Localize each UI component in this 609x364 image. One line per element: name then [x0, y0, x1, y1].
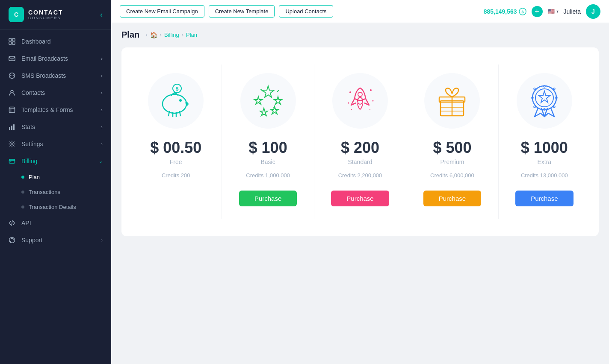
sidebar-item-sms-label: SMS Broadcasts	[21, 72, 66, 79]
basic-purchase-button[interactable]: Purchase	[239, 191, 297, 206]
breadcrumb: Plan › 🏠 › Billing › Plan	[111, 23, 609, 43]
flag-icon: 🇺🇸	[548, 8, 555, 15]
sidebar-item-email-broadcasts[interactable]: Email Broadcasts ›	[0, 50, 111, 67]
create-campaign-button[interactable]: Create New Email Campaign	[120, 5, 204, 18]
extra-plan-name: Extra	[537, 159, 551, 165]
svg-point-8	[13, 75, 14, 76]
add-credits-button[interactable]: +	[532, 6, 543, 17]
premium-plan-icon	[433, 82, 471, 120]
svg-point-58	[534, 88, 535, 90]
breadcrumb-billing[interactable]: Billing	[164, 32, 179, 38]
settings-arrow: ›	[101, 141, 103, 147]
svg-rect-1	[12, 38, 15, 41]
content-area: $ $ 00.50 Free Credits 200	[111, 43, 609, 364]
plan-card-free: $ $ 00.50 Free Credits 200	[130, 65, 222, 219]
extra-plan-icon-wrap	[517, 73, 572, 129]
svg-point-52	[532, 86, 556, 110]
standard-plan-icon-wrap	[332, 73, 388, 129]
billing-arrow: ⌄	[99, 159, 103, 164]
contacts-arrow: ›	[101, 90, 103, 95]
dashboard-icon	[9, 38, 16, 45]
sidebar-subitem-transactions[interactable]: Transactions	[0, 185, 111, 200]
email-icon	[9, 55, 16, 62]
language-selector[interactable]: 🇺🇸 ▾	[548, 8, 559, 15]
sidebar-item-sms-broadcasts[interactable]: SMS Broadcasts ›	[0, 67, 111, 84]
svg-point-60	[534, 106, 535, 108]
extra-plan-credits: Credits 13,000,000	[521, 172, 568, 179]
templates-arrow: ›	[101, 107, 103, 112]
extra-plan-icon	[525, 82, 564, 120]
free-plan-icon-wrap: $	[148, 73, 204, 129]
breadcrumb-sep2: ›	[160, 32, 162, 38]
main-content: Create New Email Campaign Create New Tem…	[111, 0, 609, 364]
sidebar: C CONTACT CONSUMERS ‹ Dashboard	[0, 0, 111, 364]
svg-rect-0	[9, 38, 12, 41]
svg-line-20	[12, 220, 12, 226]
premium-purchase-button[interactable]: Purchase	[423, 191, 481, 206]
support-arrow: ›	[101, 238, 103, 243]
upload-contacts-button[interactable]: Upload Contacts	[279, 5, 333, 18]
basic-plan-price: $ 100	[249, 139, 287, 157]
extra-plan-price: $ 1000	[521, 139, 568, 157]
svg-rect-19	[10, 161, 12, 162]
breadcrumb-home[interactable]: 🏠	[150, 32, 157, 38]
svg-point-43	[370, 109, 370, 110]
breadcrumb-sep3: ›	[182, 32, 183, 38]
sidebar-item-settings[interactable]: Settings ›	[0, 135, 111, 153]
sidebar-item-contacts[interactable]: Contacts ›	[0, 84, 111, 101]
svg-point-6	[10, 75, 11, 76]
sidebar-logo: C CONTACT CONSUMERS ‹	[0, 0, 111, 29]
create-template-button[interactable]: Create New Template	[209, 5, 275, 18]
standard-plan-icon	[341, 82, 379, 120]
stats-arrow: ›	[101, 124, 103, 129]
plan-card-extra: $ 1000 Extra Credits 13,000,000 Purchase	[499, 65, 590, 219]
sidebar-item-api-label: API	[21, 220, 31, 226]
svg-point-61	[553, 106, 555, 108]
user-name: Julieta	[564, 8, 581, 15]
transactions-dot	[21, 191, 24, 194]
standard-plan-name: Standard	[348, 159, 372, 165]
sidebar-item-dashboard[interactable]: Dashboard	[0, 33, 111, 50]
credits-display: 885,149,563 $	[484, 8, 526, 15]
breadcrumb-sep1: ›	[145, 32, 147, 38]
basic-plan-name: Basic	[260, 159, 275, 165]
basic-plan-icon-wrap	[240, 73, 296, 129]
free-plan-price: $ 00.50	[150, 139, 201, 157]
free-plan-icon: $	[157, 82, 195, 120]
svg-rect-2	[9, 42, 12, 44]
standard-plan-price: $ 200	[341, 139, 379, 157]
sidebar-item-billing[interactable]: Billing ⌄	[0, 153, 111, 170]
plan-cards-container: $ $ 00.50 Free Credits 200	[121, 47, 599, 236]
svg-rect-10	[9, 107, 15, 113]
premium-plan-price: $ 500	[433, 139, 471, 157]
standard-plan-credits: Credits 2,200,000	[338, 172, 382, 179]
contacts-icon	[9, 89, 16, 96]
premium-plan-icon-wrap	[424, 73, 480, 129]
email-arrow: ›	[101, 56, 103, 61]
sidebar-item-templates[interactable]: Templates & Forms ›	[0, 101, 111, 118]
sidebar-item-contacts-label: Contacts	[21, 89, 45, 96]
stats-icon	[9, 123, 16, 130]
extra-purchase-button[interactable]: Purchase	[515, 191, 573, 206]
svg-text:$: $	[521, 10, 523, 14]
sidebar-toggle[interactable]: ‹	[100, 10, 103, 19]
svg-point-37	[358, 92, 362, 97]
sidebar-subitem-transaction-details[interactable]: Transaction Details	[0, 200, 111, 214]
sidebar-item-templates-label: Templates & Forms	[21, 106, 73, 113]
svg-point-38	[349, 91, 351, 93]
sidebar-item-email-label: Email Broadcasts	[21, 55, 68, 62]
header-right: 885,149,563 $ + 🇺🇸 ▾ Julieta J	[484, 4, 600, 19]
sidebar-item-api[interactable]: API	[0, 214, 111, 232]
user-avatar[interactable]: J	[586, 4, 600, 19]
sidebar-item-stats[interactable]: Stats ›	[0, 118, 111, 135]
svg-text:$: $	[176, 86, 179, 92]
support-icon	[9, 237, 16, 244]
sidebar-item-dashboard-label: Dashboard	[21, 38, 51, 45]
sidebar-item-support[interactable]: Support ›	[0, 232, 111, 249]
sidebar-subitem-plan[interactable]: Plan	[0, 170, 111, 185]
svg-point-41	[348, 103, 349, 104]
plan-card-standard: $ 200 Standard Credits 2,200,000 Purchas…	[314, 65, 406, 219]
standard-purchase-button[interactable]: Purchase	[331, 191, 389, 206]
svg-point-39	[370, 89, 372, 91]
sidebar-subitem-transactions-label: Transactions	[29, 189, 60, 195]
